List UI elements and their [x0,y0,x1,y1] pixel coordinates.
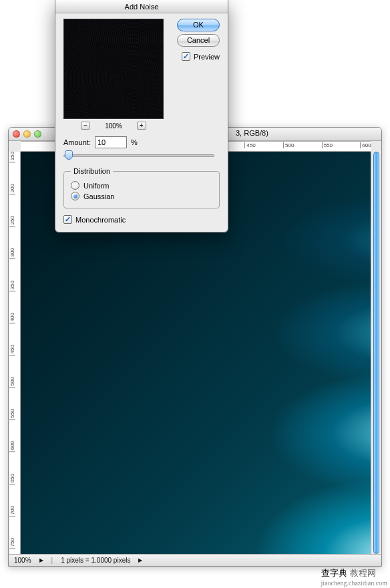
ruler-tick: 400 [9,313,15,323]
ruler-tick: 550 [322,142,333,148]
gaussian-label: Gaussian [83,192,114,200]
ruler-tick: 550 [9,409,15,420]
gaussian-radio[interactable] [71,192,79,200]
watermark-url: jiaocheng.chazidian.com [321,579,387,587]
slider-track [63,154,214,157]
ruler-tick: 200 [9,184,15,194]
add-noise-dialog: Add Noise OK Cancel Preview − 100% + Amo… [55,0,228,233]
watermark-suffix: 教程网 [350,568,376,578]
chevron-right-icon[interactable]: ▶ [39,557,43,563]
monochromatic-checkbox[interactable] [63,215,72,224]
uniform-radio[interactable] [71,181,79,190]
scrollbar-thumb[interactable] [373,152,379,554]
document-title: 3, RGB/8) [236,129,268,137]
zoom-in-button[interactable]: + [137,122,146,130]
monochromatic-label: Monochromatic [75,216,126,224]
distribution-legend: Distribution [71,167,113,175]
watermark-brand: 查字典 [321,568,347,578]
ruler-tick: 650 [9,474,15,484]
ruler-tick: 600 [360,142,371,148]
ruler-tick: 700 [9,506,15,517]
ruler-tick: 750 [9,538,15,549]
status-bar: 100% ▶ | 1 pixels = 1.0000 pixels ▶ [9,554,381,566]
close-icon[interactable] [13,130,20,138]
ruler-tick: 450 [9,345,15,355]
dialog-title[interactable]: Add Noise [55,0,228,13]
ruler-tick: 500 [9,377,15,388]
ruler-vertical[interactable]: 150 200 250 300 350 400 450 500 550 600 … [9,152,21,554]
vertical-scrollbar[interactable] [371,152,381,554]
chevron-right-icon[interactable]: ▶ [138,557,142,563]
slider-thumb[interactable] [65,150,73,160]
cancel-button[interactable]: Cancel [177,34,220,47]
ruler-tick: 250 [9,216,15,227]
ruler-tick: 600 [9,441,15,452]
zoom-out-button[interactable]: − [81,122,90,130]
distribution-group: Distribution Uniform Gaussian [63,167,220,208]
ruler-tick: 150 [9,152,15,162]
zoom-icon[interactable] [34,130,41,138]
preview-thumbnail[interactable] [63,19,164,119]
status-info: 1 pixels = 1.0000 pixels [61,557,130,564]
divider: | [51,557,53,564]
zoom-value: 100% [105,122,122,130]
preview-label: Preview [194,53,220,61]
ruler-tick: 300 [9,248,15,259]
amount-input[interactable] [95,136,127,148]
amount-slider[interactable] [63,151,214,159]
minimize-icon[interactable] [23,130,31,138]
amount-label: Amount: [63,138,91,146]
preview-checkbox[interactable] [182,52,190,61]
amount-unit: % [131,138,138,146]
ok-button[interactable]: OK [177,19,220,31]
ruler-tick: 450 [244,142,255,148]
status-zoom[interactable]: 100% [14,557,31,564]
watermark: 查字典教程网 jiaocheng.chazidian.com [321,567,387,587]
ruler-tick: 350 [9,281,15,291]
ruler-tick: 500 [283,142,294,148]
uniform-label: Uniform [83,182,110,190]
